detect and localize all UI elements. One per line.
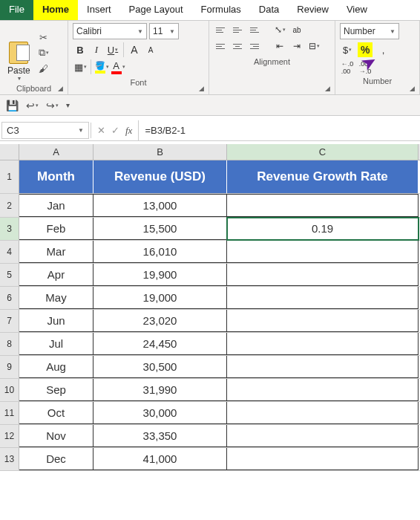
underline-button[interactable]: U▾ [105,42,120,57]
formula-input[interactable]: =B3/B2-1 [139,120,420,140]
row-header[interactable]: 4 [0,241,19,263]
tab-insert[interactable]: Insert [78,0,120,20]
align-top-button[interactable] [214,23,227,36]
cell-month[interactable]: Feb [19,218,93,240]
align-center-button[interactable] [231,39,244,53]
increase-indent-button[interactable]: ⇥ [290,39,303,53]
cell-growth[interactable] [227,402,419,424]
cell-growth-selected[interactable]: 0.19 [227,218,419,240]
col-header-b[interactable]: B [93,144,227,160]
cell-revenue[interactable]: 31,990 [93,379,227,401]
header-month[interactable]: Month [19,160,93,193]
percent-button[interactable]: % ➤ [358,42,373,57]
row-header[interactable]: 2 [0,194,19,217]
cell-month[interactable]: Oct [19,402,93,424]
cell-growth[interactable] [227,448,419,470]
shrink-font-button[interactable]: A [143,42,158,57]
cell-revenue[interactable]: 33,350 [93,425,227,447]
tab-review[interactable]: Review [288,0,338,20]
align-right-button[interactable] [248,39,261,53]
cell-month[interactable]: Dec [19,448,93,470]
grow-font-button[interactable]: A [127,42,142,57]
tab-view[interactable]: View [338,0,376,20]
cell-month[interactable]: Sep [19,379,93,401]
cell-month[interactable]: May [19,287,93,309]
currency-button[interactable]: $▾ [340,42,355,57]
orientation-button[interactable]: ⤡▾ [273,23,286,36]
cell-revenue[interactable]: 15,500 [93,218,227,240]
font-size-combo[interactable]: 11▼ [149,23,179,39]
name-box[interactable]: C3▼ [1,122,89,139]
row-header[interactable]: 10 [0,379,19,401]
cell-month[interactable]: Jun [19,310,93,332]
row-header[interactable]: 11 [0,402,19,424]
cell-revenue[interactable]: 13,000 [93,194,227,217]
row-header-1[interactable]: 1 [0,160,19,193]
copy-button[interactable]: ⧉▾ [36,46,51,59]
fill-color-button[interactable]: 🪣▾ [94,59,109,74]
header-revenue[interactable]: Revenue (USD) [93,160,227,193]
cell-growth[interactable] [227,287,419,309]
cell-growth[interactable] [227,425,419,447]
cell-month[interactable]: Jul [19,333,93,355]
font-color-button[interactable]: A▾ [111,59,125,74]
select-all-corner[interactable] [0,144,19,160]
cell-growth[interactable] [227,241,419,263]
cancel-formula-button[interactable]: ✕ [97,125,105,136]
paste-button[interactable]: Paste ▼ [4,23,33,82]
undo-button[interactable]: ↩▾ [26,100,39,111]
col-header-a[interactable]: A [19,144,93,160]
tab-data[interactable]: Data [250,0,288,20]
cell-month[interactable]: Mar [19,241,93,263]
row-header[interactable]: 3 [0,218,19,240]
cell-month[interactable]: Aug [19,356,93,378]
cell-revenue[interactable]: 24,450 [93,333,227,355]
italic-button[interactable]: I [89,42,104,57]
increase-decimal-button[interactable]: ←.0.00 [340,60,355,75]
format-painter-button[interactable]: 🖌 [36,62,51,75]
col-header-c[interactable]: C [227,144,419,160]
save-button[interactable]: 💾 [6,100,19,111]
cell-growth[interactable] [227,379,419,401]
tab-file[interactable]: File [0,0,33,20]
cell-revenue[interactable]: 16,010 [93,241,227,263]
cell-revenue[interactable]: 30,500 [93,356,227,378]
row-header[interactable]: 6 [0,287,19,309]
row-header[interactable]: 5 [0,264,19,286]
cut-button[interactable]: ✂ [36,30,51,44]
redo-button[interactable]: ↪▾ [46,100,59,111]
row-header[interactable]: 13 [0,448,19,470]
align-bottom-button[interactable] [248,23,261,36]
header-growth[interactable]: Revenue Growth Rate [227,160,419,193]
tab-home[interactable]: Home [33,0,78,20]
cell-month[interactable]: Nov [19,425,93,447]
fx-button[interactable]: fx [125,125,132,137]
tab-formulas[interactable]: Formulas [192,0,250,20]
border-button[interactable]: ▦▾ [73,59,88,74]
alignment-dialog-launcher[interactable]: ◢ [325,85,332,92]
clipboard-dialog-launcher[interactable]: ◢ [58,85,65,92]
qat-customize[interactable]: ▾ [66,101,70,109]
wrap-text-button[interactable]: ab [290,23,303,36]
number-format-combo[interactable]: Number▼ [340,23,399,39]
row-header[interactable]: 12 [0,425,19,447]
cell-growth[interactable] [227,310,419,332]
row-header[interactable]: 7 [0,310,19,332]
decrease-decimal-button[interactable]: .00→.0 [358,60,373,75]
align-left-button[interactable] [214,39,227,53]
font-dialog-launcher[interactable]: ◢ [199,85,206,92]
row-header[interactable]: 9 [0,356,19,378]
cell-growth[interactable] [227,356,419,378]
cell-growth[interactable] [227,264,419,286]
cell-growth[interactable] [227,194,419,217]
tab-page-layout[interactable]: Page Layout [120,0,192,20]
align-middle-button[interactable] [231,23,244,36]
cell-month[interactable]: Jan [19,194,93,217]
accept-formula-button[interactable]: ✓ [111,125,119,136]
merge-button[interactable]: ⊟▾ [307,39,321,53]
cell-revenue[interactable]: 23,020 [93,310,227,332]
decrease-indent-button[interactable]: ⇤ [273,39,286,53]
font-name-combo[interactable]: Calibri▼ [73,23,147,39]
cell-revenue[interactable]: 19,900 [93,264,227,286]
bold-button[interactable]: B [73,42,88,57]
